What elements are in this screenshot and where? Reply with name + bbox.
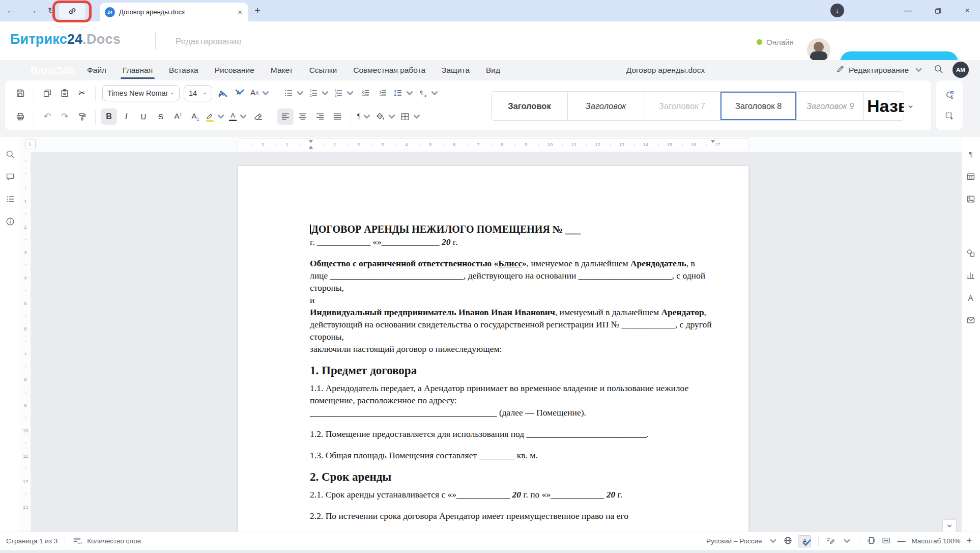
paste-button[interactable] [56, 85, 73, 101]
document-heading[interactable]: 1. Предмет договора [310, 363, 712, 378]
indent-marker[interactable] [309, 146, 313, 149]
increase-indent-button[interactable] [374, 85, 391, 101]
style-option[interactable]: Заголовок [568, 92, 644, 120]
superscript-button[interactable]: A1 [170, 108, 186, 125]
document-paragraph[interactable]: 1.2. Помещение предоставляется для испол… [310, 428, 712, 440]
shrink-font-button[interactable]: A [232, 85, 248, 101]
document-canvas[interactable]: ДОГОВОР АРЕНДЫ НЕЖИЛОГО ПОМЕЩЕНИЯ № ___г… [31, 152, 962, 532]
style-option[interactable]: Заголовок [492, 92, 568, 120]
align-justify-button[interactable] [329, 108, 345, 125]
close-tab-icon[interactable]: × [237, 8, 243, 16]
image-settings-button[interactable] [965, 193, 977, 205]
back-button-icon[interactable]: ← [4, 4, 17, 17]
align-left-button[interactable] [277, 108, 294, 125]
search-button[interactable] [933, 64, 945, 76]
font-color-button[interactable]: А [228, 108, 249, 125]
font-size-select[interactable]: 14 [184, 85, 212, 101]
globe-icon[interactable] [783, 536, 793, 547]
document-paragraph[interactable]: Индивидуальный предприниматель Иванов Ив… [310, 306, 712, 343]
style-option[interactable]: Заголовок 7 [644, 92, 720, 120]
page-number-label[interactable]: Страница 1 из 3 [6, 537, 57, 545]
maximize-button[interactable] [931, 4, 944, 17]
style-gallery-expand-button[interactable] [905, 101, 916, 112]
refresh-button-icon[interactable]: ↻ [45, 4, 58, 17]
collaborator-avatar[interactable]: AM [953, 62, 969, 78]
grow-font-button[interactable]: A [215, 85, 231, 101]
decrease-indent-button[interactable] [357, 85, 373, 101]
close-window-button[interactable]: × [961, 4, 974, 17]
textart-settings-button[interactable] [965, 292, 977, 304]
vertical-ruler[interactable]: 12345678910111213 [20, 152, 31, 532]
borders-button[interactable] [399, 108, 423, 125]
search-button[interactable] [4, 148, 16, 160]
style-option[interactable]: Заголовок 9 [797, 92, 864, 120]
document-page[interactable]: ДОГОВОР АРЕНДЫ НЕЖИЛОГО ПОМЕЩЕНИЯ № ___г… [238, 165, 749, 532]
indent-marker[interactable] [711, 140, 715, 143]
menu-item-ссылки[interactable]: Ссылки [309, 65, 338, 76]
fit-width-button[interactable] [881, 536, 891, 547]
save-button[interactable] [12, 85, 28, 101]
menu-item-файл[interactable]: Файл [87, 65, 107, 76]
undo-button[interactable]: ↶ [39, 108, 55, 125]
spellcheck-button[interactable]: A [798, 535, 811, 547]
document-paragraph[interactable]: ________________________________________… [310, 406, 712, 419]
tab-stop-selector[interactable]: L [25, 139, 36, 149]
shape-settings-button[interactable] [965, 247, 977, 259]
editing-mode-dropdown[interactable]: Редактирование [835, 64, 924, 76]
minimize-button[interactable]: — [902, 4, 915, 17]
numbering-button[interactable]: 12 [307, 85, 331, 101]
fit-page-button[interactable] [867, 536, 876, 547]
track-changes-button[interactable] [826, 536, 835, 547]
document-paragraph[interactable]: 2.2. По истечении срока договора Арендат… [310, 510, 712, 522]
menu-item-защита[interactable]: Защита [441, 65, 470, 76]
document-paragraph[interactable]: Общество с ограниченной ответственностью… [310, 257, 712, 294]
menu-item-совместная-работа[interactable]: Совместная работа [353, 65, 426, 76]
browser-tab[interactable]: 24 Договор аренды.docx × [100, 3, 248, 21]
copy-button[interactable] [39, 85, 55, 101]
forward-button-icon[interactable]: → [26, 4, 40, 17]
align-center-button[interactable] [295, 108, 311, 125]
document-paragraph[interactable]: заключили настоящий договор о нижеследую… [310, 343, 712, 355]
menu-item-вид[interactable]: Вид [485, 65, 501, 76]
chart-settings-button[interactable] [965, 269, 977, 282]
style-option[interactable]: Назв [864, 92, 904, 120]
highlight-color-button[interactable] [205, 108, 227, 125]
multilevel-list-button[interactable]: 1a1 [332, 85, 356, 101]
shading-button[interactable] [374, 108, 398, 125]
zoom-out-button[interactable]: — [896, 537, 906, 546]
zoom-in-button[interactable]: + [965, 536, 973, 546]
document-paragraph[interactable]: 2.1. Срок аренды устанавливается с «»___… [310, 488, 712, 501]
clear-formatting-button[interactable] [250, 108, 267, 125]
italic-button[interactable]: I [118, 108, 134, 125]
change-case-button[interactable]: AA [249, 85, 272, 101]
align-right-button[interactable] [312, 108, 328, 125]
menu-item-главная[interactable]: Главная [122, 65, 153, 76]
comments-button[interactable] [4, 171, 16, 183]
word-count-label[interactable]: Количество слов [87, 537, 141, 545]
about-button[interactable] [4, 215, 16, 228]
document-paragraph[interactable]: г. ____________ «»_____________ 20 г. [310, 236, 712, 248]
table-settings-button[interactable] [965, 171, 977, 183]
select-button[interactable] [941, 108, 958, 124]
new-tab-button[interactable]: + [250, 4, 265, 18]
menu-item-вставка[interactable]: Вставка [168, 65, 199, 76]
style-option[interactable]: Заголовок 8 [720, 92, 797, 120]
copy-link-button[interactable] [59, 3, 85, 19]
document-paragraph[interactable]: 1.1. Арендодатель передает, а Арендатор … [310, 382, 712, 406]
document-heading[interactable]: 2. Срок аренды [310, 469, 712, 485]
document-paragraph[interactable]: и [310, 294, 712, 306]
font-name-select[interactable]: Times New Roman [102, 85, 180, 101]
menu-item-макет[interactable]: Макет [270, 65, 294, 76]
horizontal-ruler[interactable]: 211234567891011121314151617 [238, 139, 749, 150]
subscript-button[interactable]: A1 [187, 108, 204, 125]
document-paragraph[interactable]: 1.3. Общая площадь Помещения составляет … [310, 449, 712, 461]
format-painter-button[interactable] [74, 108, 90, 125]
cut-button[interactable]: ✂ [74, 85, 90, 101]
paragraph-direction-button[interactable]: ¶ [417, 85, 441, 101]
bold-button[interactable]: B [101, 108, 117, 125]
mailmerge-button[interactable] [965, 314, 977, 326]
scroll-down-button[interactable] [942, 519, 957, 532]
menu-item-рисование[interactable]: Рисование [214, 65, 255, 76]
document-title[interactable]: ДОГОВОР АРЕНДЫ НЕЖИЛОГО ПОМЕЩЕНИЯ № ___ [310, 223, 712, 236]
redo-button[interactable]: ↷ [56, 108, 73, 125]
